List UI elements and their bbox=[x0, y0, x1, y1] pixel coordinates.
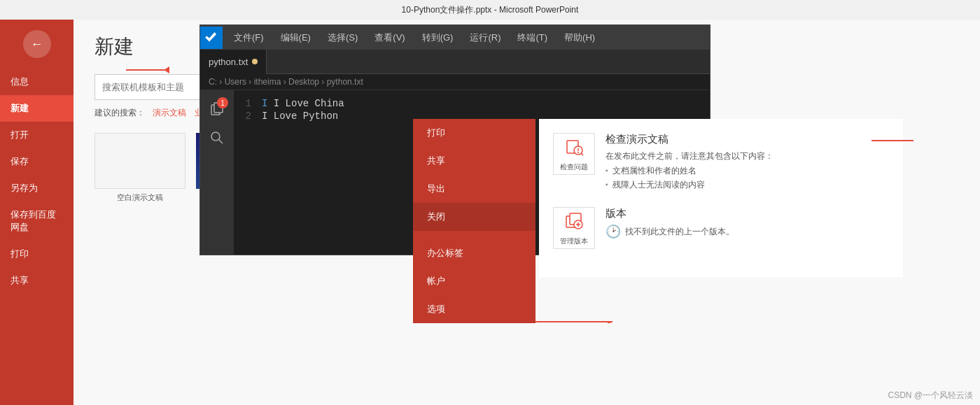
menu-run[interactable]: 运行(R) bbox=[461, 25, 509, 50]
title-bar: 10-Python文件操作.pptx - Microsoft PowerPoin… bbox=[0, 0, 980, 20]
suggestion-presentation[interactable]: 演示文稿 bbox=[153, 108, 186, 118]
inspect-icon-box[interactable]: 检查问题 bbox=[553, 133, 595, 175]
svg-point-2 bbox=[211, 132, 220, 141]
inspect-icon-label: 检查问题 bbox=[560, 162, 588, 172]
sidebar-item-info[interactable]: 信息 bbox=[0, 69, 74, 95]
menu-help[interactable]: 帮助(H) bbox=[556, 25, 603, 50]
vscode-logo-icon bbox=[200, 27, 223, 49]
line-number-1: 1 bbox=[234, 98, 262, 109]
csdn-watermark: CSDN @一个风轻云淡 bbox=[888, 390, 973, 402]
modified-dot bbox=[252, 59, 258, 64]
inspect-list-item-2: 残障人士无法阅读的内容 bbox=[606, 179, 774, 191]
vscode-activity-bar: 1 bbox=[200, 90, 234, 255]
template-label-blank: 空白演示文稿 bbox=[94, 192, 186, 203]
menu-file[interactable]: 文件(F) bbox=[225, 25, 272, 50]
code-line-1: 1 I I Love China bbox=[234, 97, 710, 110]
file-menu-office-tag[interactable]: 办公标签 bbox=[413, 239, 536, 267]
template-thumb-blank bbox=[94, 133, 186, 189]
version-clock-icon: 🕑 bbox=[606, 224, 621, 239]
sidebar-item-new[interactable]: 新建 bbox=[0, 95, 74, 122]
vscode-breadcrumb: C: › Users › itheima › Desktop › python.… bbox=[200, 74, 710, 90]
vscode-tab-bar: python.txt bbox=[200, 50, 710, 74]
menu-edit[interactable]: 编辑(E) bbox=[272, 25, 319, 50]
line-number-2: 2 bbox=[234, 111, 262, 122]
love-china-text: I Love China bbox=[274, 98, 344, 109]
version-title: 版本 bbox=[606, 207, 734, 220]
version-text: 版本 🕑 找不到此文件的上一个版本。 bbox=[606, 207, 734, 249]
tab-label: python.txt bbox=[209, 57, 248, 67]
inspect-list-item-1: 文档属性和作者的姓名 bbox=[606, 165, 774, 177]
file-menu-account[interactable]: 帐户 bbox=[413, 267, 536, 295]
menu-select[interactable]: 选择(S) bbox=[319, 25, 366, 50]
vscode-tab-python[interactable]: python.txt bbox=[200, 50, 267, 74]
menu-goto[interactable]: 转到(G) bbox=[414, 25, 462, 50]
file-menu-close[interactable]: 关闭 bbox=[413, 203, 536, 231]
file-menu-export[interactable]: 导出 bbox=[413, 175, 536, 203]
version-icon-label: 管理版本 bbox=[560, 236, 588, 246]
svg-point-8 bbox=[578, 152, 579, 153]
svg-line-6 bbox=[581, 153, 583, 155]
suggestions-label: 建议的搜索： bbox=[94, 108, 145, 118]
sidebar-item-share[interactable]: 共享 bbox=[0, 267, 74, 294]
code-text-1: I I Love China bbox=[262, 98, 344, 109]
version-desc: 找不到此文件的上一个版本。 bbox=[625, 225, 734, 238]
inspect-title: 检查演示文稿 bbox=[606, 133, 774, 146]
template-blank[interactable]: 空白演示文稿 bbox=[94, 133, 186, 203]
inspect-text: 检查演示文稿 在发布此文件之前，请注意其包含以下内容： 文档属性和作者的姓名 残… bbox=[606, 133, 774, 193]
ppt-file-menu: 打印 共享 导出 关闭 办公标签 帐户 选项 bbox=[413, 119, 536, 323]
inspect-desc: 在发布此文件之前，请注意其包含以下内容： bbox=[606, 150, 774, 162]
inspect-section: 检查问题 检查演示文稿 在发布此文件之前，请注意其包含以下内容： 文档属性和作者… bbox=[553, 133, 889, 193]
file-menu-options[interactable]: 选项 bbox=[413, 295, 536, 323]
search-activity-icon[interactable] bbox=[206, 127, 228, 149]
code-text-2: I Love Python bbox=[262, 111, 338, 122]
title-text: 10-Python文件操作.pptx - Microsoft PowerPoin… bbox=[402, 4, 579, 16]
ppt-sidebar: ← 信息 新建 打开 保存 另存为 保存到百度网盘 打印 共享 bbox=[0, 20, 74, 405]
sidebar-item-save[interactable]: 保存 bbox=[0, 148, 74, 175]
inspect-icon bbox=[564, 136, 584, 160]
sidebar-item-open[interactable]: 打开 bbox=[0, 122, 74, 148]
menu-divider bbox=[413, 231, 536, 239]
menu-view[interactable]: 查看(V) bbox=[366, 25, 413, 50]
menu-terminal[interactable]: 终端(T) bbox=[509, 25, 556, 50]
version-section: 管理版本 版本 🕑 找不到此文件的上一个版本。 bbox=[553, 207, 889, 249]
file-menu-share[interactable]: 共享 bbox=[413, 147, 536, 175]
file-menu-print[interactable]: 打印 bbox=[413, 119, 536, 147]
copy-icon[interactable]: 1 bbox=[206, 97, 228, 120]
version-icon-box[interactable]: 管理版本 bbox=[553, 207, 595, 249]
inspect-list: 文档属性和作者的姓名 残障人士无法阅读的内容 bbox=[606, 165, 774, 191]
copy-badge: 1 bbox=[217, 97, 228, 108]
vscode-titlebar: 文件(F) 编辑(E) 选择(S) 查看(V) 转到(G) 运行(R) 终端(T… bbox=[200, 25, 710, 50]
breadcrumb-text: C: › Users › itheima › Desktop › python.… bbox=[209, 77, 363, 87]
ppt-right-panel: 检查问题 检查演示文稿 在发布此文件之前，请注意其包含以下内容： 文档属性和作者… bbox=[539, 119, 903, 277]
sidebar-item-baidu[interactable]: 保存到百度网盘 bbox=[0, 201, 74, 241]
sidebar-item-saveas[interactable]: 另存为 bbox=[0, 175, 74, 201]
back-button[interactable]: ← bbox=[23, 30, 51, 58]
svg-line-3 bbox=[219, 140, 223, 144]
sidebar-item-print[interactable]: 打印 bbox=[0, 241, 74, 267]
version-icon bbox=[564, 211, 584, 234]
